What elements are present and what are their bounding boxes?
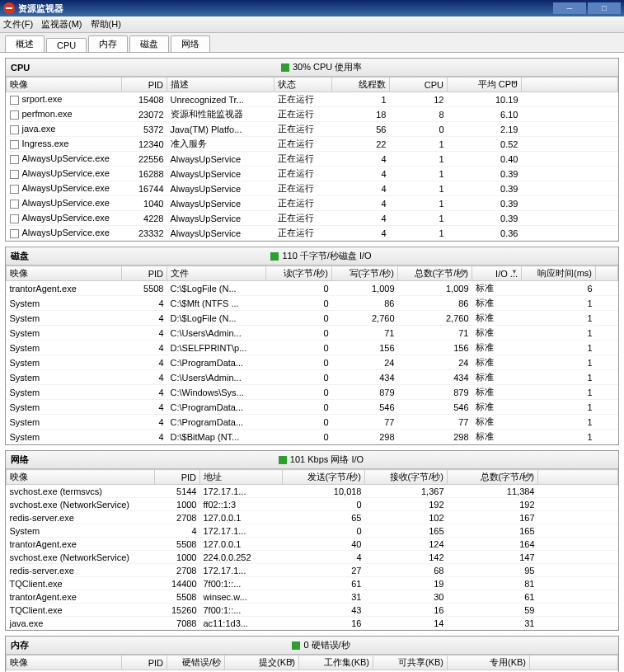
cpu-col-spacer bbox=[522, 78, 618, 92]
menu-help[interactable]: 帮助(H) bbox=[91, 18, 121, 31]
net-col-image[interactable]: 映像 bbox=[7, 470, 155, 485]
cpu-col-pid[interactable]: PID bbox=[122, 78, 167, 92]
network-section-header[interactable]: 网络 101 Kbps 网络 I/O bbox=[6, 451, 618, 469]
tab-overview[interactable]: 概述 bbox=[5, 35, 45, 52]
cpu-title: CPU bbox=[11, 63, 30, 73]
table-row[interactable]: System 4 D:\SELFPRINT\p... 0 156 156 标准 … bbox=[7, 341, 618, 355]
maximize-button[interactable]: □ bbox=[588, 2, 621, 14]
disk-col-pid[interactable]: PID bbox=[122, 266, 167, 281]
table-row[interactable]: System 4 C:\Users\Admin... 0 71 71 标准 1 bbox=[7, 326, 618, 341]
table-row[interactable]: TQClient.exe 14400 7f00:1::... 61 19 81 bbox=[7, 577, 618, 590]
checkbox[interactable] bbox=[10, 185, 19, 194]
table-row[interactable]: svchost.exe (NetworkService) 1000 ff02::… bbox=[7, 498, 618, 511]
checkbox[interactable] bbox=[10, 155, 19, 164]
tab-disk[interactable]: 磁盘 bbox=[129, 35, 169, 52]
table-row[interactable]: trantorAgent.exe 5508 C:\$LogFile (N... … bbox=[7, 281, 618, 296]
table-row[interactable]: System 4 D:\$LogFile (N... 0 2,760 2,760… bbox=[7, 311, 618, 326]
cell-resp: 1 bbox=[522, 311, 596, 326]
table-row[interactable]: System 4 C:\Users\Admin... 0 434 434 标准 … bbox=[7, 370, 618, 385]
table-row[interactable]: TQClient.exe 15260 7f00:1::... 43 16 59 bbox=[7, 604, 618, 617]
table-row[interactable]: trantorAgent.exe 5508 127.0.0.1 40 124 1… bbox=[7, 538, 618, 551]
menu-monitor[interactable]: 监视器(M) bbox=[41, 18, 82, 31]
table-row[interactable]: trantorAgent.exe 5508 winsec.w... 31 30 … bbox=[7, 590, 618, 604]
memory-indicator-icon bbox=[292, 641, 300, 650]
table-row[interactable]: System 4 C:\ProgramData... 0 77 77 标准 1 bbox=[7, 415, 618, 430]
checkbox[interactable] bbox=[10, 170, 19, 179]
sort-desc-icon: ▼ bbox=[462, 268, 468, 275]
cpu-col-status[interactable]: 状态 bbox=[274, 78, 332, 92]
cpu-col-cpu[interactable]: CPU bbox=[390, 78, 448, 92]
table-row[interactable]: svchost.exe (termsvcs) 5144 172.17.1... … bbox=[7, 485, 618, 498]
minimize-button[interactable]: ─ bbox=[553, 2, 586, 14]
table-row[interactable]: AlwaysUpService.exe 16744 AlwaysUpServic… bbox=[7, 181, 618, 196]
cell-desc: 资源和性能监视器 bbox=[167, 107, 274, 122]
cell-read: 0 bbox=[266, 370, 332, 385]
net-col-send[interactable]: 发送(字节/秒) bbox=[283, 470, 365, 485]
cell-total: 546 bbox=[398, 400, 472, 415]
checkbox[interactable] bbox=[10, 214, 19, 223]
tab-memory[interactable]: 内存 bbox=[88, 35, 128, 52]
mem-col-workset[interactable]: 工作集(KB) bbox=[299, 656, 373, 670]
checkbox[interactable] bbox=[10, 96, 19, 105]
mem-col-image[interactable]: 映像 bbox=[7, 656, 122, 670]
table-row[interactable]: System 4 172.17.1... 0 165 165 bbox=[7, 524, 618, 538]
checkbox[interactable] bbox=[10, 110, 19, 120]
cpu-col-avgcpu[interactable]: 平均 CPU▼ bbox=[448, 78, 522, 92]
table-row[interactable]: java.exe 7088 ac11:1d3... 16 14 31 bbox=[7, 617, 618, 630]
table-row[interactable]: AlwaysUpService.exe 16288 AlwaysUpServic… bbox=[7, 167, 618, 181]
table-row[interactable]: java.exe 5372 Java(TM) Platfo... 正在运行 56… bbox=[7, 122, 618, 137]
cell-desc: AlwaysUpService bbox=[167, 196, 274, 211]
disk-col-write[interactable]: 写(字节/秒) bbox=[332, 266, 398, 281]
net-col-addr[interactable]: 地址 bbox=[200, 470, 283, 485]
cell-pid: 4 bbox=[122, 400, 167, 415]
sort-desc-icon: ▼ bbox=[289, 657, 295, 665]
table-row[interactable]: AlwaysUpService.exe 1040 AlwaysUpService… bbox=[7, 196, 618, 211]
memory-section-header[interactable]: 内存 0 硬错误/秒 bbox=[6, 637, 618, 655]
tab-cpu[interactable]: CPU bbox=[46, 38, 87, 52]
checkbox[interactable] bbox=[10, 200, 19, 209]
table-row[interactable]: Ingress.exe 12340 准入服务 正在运行 22 1 0.52 bbox=[7, 137, 618, 152]
mem-col-private[interactable]: 专用(KB) bbox=[448, 656, 530, 670]
table-row[interactable]: System 4 C:\ProgramData... 0 546 546 标准 … bbox=[7, 400, 618, 415]
table-row[interactable]: redis-server.exe 2708 172.17.1... 27 68 … bbox=[7, 564, 618, 577]
checkbox[interactable] bbox=[10, 229, 19, 238]
table-row[interactable]: svchost.exe (NetworkService) 1000 224.0.… bbox=[7, 551, 618, 564]
table-row[interactable]: redis-server.exe 2708 127.0.0.1 65 102 1… bbox=[7, 511, 618, 524]
table-row[interactable]: srport.exe 15408 Unrecognized Tr... 正在运行… bbox=[7, 92, 618, 107]
cpu-col-desc[interactable]: 描述 bbox=[167, 78, 274, 92]
cell-io: 标准 bbox=[472, 326, 522, 341]
menu-file[interactable]: 文件(F) bbox=[3, 18, 33, 31]
net-col-recv[interactable]: 接收(字节/秒) bbox=[365, 470, 448, 485]
table-row[interactable]: AlwaysUpService.exe 22556 AlwaysUpServic… bbox=[7, 152, 618, 167]
table-row[interactable]: AlwaysUpService.exe 23332 AlwaysUpServic… bbox=[7, 226, 618, 241]
checkbox[interactable] bbox=[10, 125, 19, 134]
table-row[interactable]: System 4 D:\$BitMap (NT... 0 298 298 标准 … bbox=[7, 430, 618, 444]
disk-col-read[interactable]: 读(字节/秒) bbox=[266, 266, 332, 281]
menubar: 文件(F) 监视器(M) 帮助(H) bbox=[0, 16, 624, 33]
mem-col-faults[interactable]: 硬错误/秒 bbox=[167, 656, 225, 670]
disk-section-header[interactable]: 磁盘 110 千字节/秒磁盘 I/O bbox=[6, 247, 618, 266]
cpu-section-header[interactable]: CPU 30% CPU 使用率 bbox=[6, 59, 618, 77]
disk-col-image[interactable]: 映像 bbox=[7, 266, 122, 281]
checkbox[interactable] bbox=[10, 140, 19, 149]
mem-col-commit[interactable]: 提交(KB)▼ bbox=[225, 656, 299, 670]
table-row[interactable]: System 4 C:\$Mft (NTFS ... 0 86 86 标准 1 bbox=[7, 296, 618, 311]
tab-network[interactable]: 网络 bbox=[171, 35, 210, 52]
cpu-indicator-icon bbox=[281, 63, 289, 72]
cpu-col-threads[interactable]: 线程数 bbox=[332, 78, 390, 92]
disk-col-file[interactable]: 文件 bbox=[167, 266, 266, 281]
table-row[interactable]: System 4 C:\ProgramData... 0 24 24 标准 1 bbox=[7, 355, 618, 370]
mem-col-shareable[interactable]: 可共享(KB) bbox=[373, 656, 448, 670]
table-row[interactable]: System 4 C:\Windows\Sys... 0 879 879 标准 … bbox=[7, 385, 618, 400]
net-col-pid[interactable]: PID bbox=[155, 470, 200, 485]
mem-col-pid[interactable]: PID bbox=[122, 656, 167, 670]
cell-resp: 1 bbox=[522, 430, 596, 444]
table-row[interactable]: perfmon.exe 23072 资源和性能监视器 正在运行 18 8 6.1… bbox=[7, 107, 618, 122]
net-col-total[interactable]: 总数(字节/秒)▼ bbox=[448, 470, 538, 485]
table-row[interactable]: AlwaysUpService.exe 4228 AlwaysUpService… bbox=[7, 211, 618, 226]
disk-col-total[interactable]: 总数(字节/秒)▼ bbox=[398, 266, 472, 281]
disk-col-resp[interactable]: 响应时间(ms) bbox=[522, 266, 596, 281]
cell-image: System bbox=[7, 370, 122, 385]
disk-col-io[interactable]: I/O ...▼ bbox=[472, 266, 522, 281]
cpu-col-image[interactable]: 映像 bbox=[7, 78, 122, 92]
